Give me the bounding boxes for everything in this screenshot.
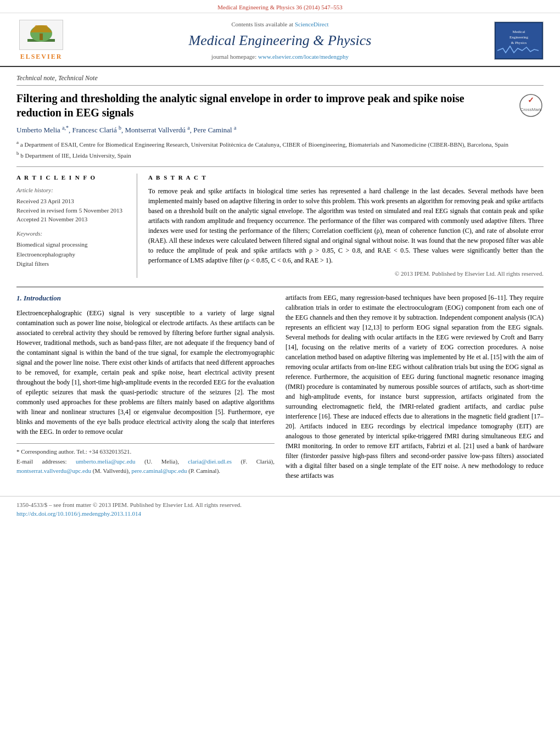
footnote-corresponding: * Corresponding author. Tel.: +34 633201… xyxy=(16,447,275,456)
history-label: Article history: xyxy=(16,186,128,194)
abstract-col: A B S T R A C T To remove peak and spike… xyxy=(148,174,544,278)
keyword-2: Electroencephalography xyxy=(16,250,128,260)
elsevier-wordmark: ELSEVIER xyxy=(20,52,63,62)
accepted-date: Accepted 21 November 2013 xyxy=(16,215,128,224)
footnote-area: * Corresponding author. Tel.: +34 633201… xyxy=(16,443,275,476)
svg-text:CrossMark: CrossMark xyxy=(520,107,542,112)
keyword-3: Digital filters xyxy=(16,259,128,269)
article-info-col: A R T I C L E I N F O Article history: R… xyxy=(16,174,137,278)
section1-heading: 1. Introduction xyxy=(16,293,275,304)
journal-title: Medical Engineering & Physics xyxy=(82,31,478,51)
svg-marker-3 xyxy=(30,25,52,32)
affiliations: a a Department of ESAII, Centre for Biom… xyxy=(16,139,544,160)
article-content: Technical note, Technical Note Filtering… xyxy=(0,67,560,496)
bottom-bar: 1350-4533/$ – see front matter © 2013 IP… xyxy=(0,496,560,522)
body-para-1: Electroencephalographic (EEG) signal is … xyxy=(16,308,275,437)
email-claria[interactable]: claria@diei.udl.es xyxy=(188,458,232,465)
article-info-abstract: A R T I C L E I N F O Article history: R… xyxy=(16,166,544,278)
svg-text:& Physics: & Physics xyxy=(511,41,527,45)
contents-line: Contents lists available at ScienceDirec… xyxy=(82,20,478,29)
keywords-list: Biomedical signal processing Electroence… xyxy=(16,240,128,269)
sciencedirect-link[interactable]: ScienceDirect xyxy=(295,21,329,27)
homepage-link[interactable]: www.elsevier.com/locate/medengphy xyxy=(258,53,349,60)
journal-homepage: journal homepage: www.elsevier.com/locat… xyxy=(82,53,478,61)
email-vallverdu[interactable]: montserrat.vallverdu@upc.edu xyxy=(16,467,91,474)
affiliation-a: a a Department of ESAII, Centre for Biom… xyxy=(16,139,544,149)
body-section: 1. Introduction Electroencephalographic … xyxy=(16,293,544,485)
issn-line: 1350-4533/$ – see front matter © 2013 IP… xyxy=(16,501,544,509)
section-divider xyxy=(16,287,544,287)
email-melia[interactable]: umberto.melia@upc.edu xyxy=(76,458,136,465)
journal-right-logo: Medical Engineering & Physics xyxy=(489,21,549,60)
doi-link[interactable]: http://dx.doi.org/10.1016/j.medengphy.20… xyxy=(16,510,141,517)
abstract-text: To remove peak and spike artifacts in bi… xyxy=(148,186,544,265)
article-info-heading: A R T I C L E I N F O xyxy=(16,174,128,182)
elsevier-logo-area: ELSEVIER xyxy=(11,20,71,62)
svg-text:Engineering: Engineering xyxy=(509,35,529,40)
keyword-1: Biomedical signal processing xyxy=(16,240,128,250)
journal-center: Contents lists available at ScienceDirec… xyxy=(71,20,489,62)
body-para-2: artifacts from EEG, many regression-base… xyxy=(285,293,544,481)
svg-text:✓: ✓ xyxy=(528,96,534,104)
journal-header: ELSEVIER Contents lists available at Sci… xyxy=(0,13,560,67)
article-title: Filtering and thresholding the analytic … xyxy=(16,91,519,120)
article-type: Technical note, Technical Note xyxy=(16,74,544,86)
title-section: Filtering and thresholding the analytic … xyxy=(16,91,544,120)
svg-rect-2 xyxy=(40,34,43,40)
elsevier-logo-box xyxy=(19,20,63,50)
email-caminal[interactable]: pere.caminal@upc.edu xyxy=(131,467,187,474)
citation-bar: Medical Engineering & Physics 36 (2014) … xyxy=(0,0,560,13)
received-date: Received 23 April 2013 xyxy=(16,197,128,206)
abstract-copyright: © 2013 IPEM. Published by Elsevier Ltd. … xyxy=(148,270,544,278)
citation-text: Medical Engineering & Physics 36 (2014) … xyxy=(217,4,342,10)
crossmark-logo: ✓ CrossMark xyxy=(519,93,544,118)
doi-line: http://dx.doi.org/10.1016/j.medengphy.20… xyxy=(16,510,544,518)
authors: Umberto Melia a,*, Francesc Clariá b, Mo… xyxy=(16,124,544,136)
body-col-left: 1. Introduction Electroencephalographic … xyxy=(16,293,275,485)
svg-text:Medical: Medical xyxy=(513,30,525,34)
journal-cover-image: Medical Engineering & Physics xyxy=(494,21,544,60)
revised-date: Received in revised form 5 November 2013 xyxy=(16,206,128,215)
keywords-heading: Keywords: xyxy=(16,230,128,238)
affiliation-b: b b Department of IIE, Lleida University… xyxy=(16,150,544,160)
footnote-emails: E-mail addresses: umberto.melia@upc.edu … xyxy=(16,457,275,475)
abstract-heading: A B S T R A C T xyxy=(148,174,544,182)
elsevier-tree-icon xyxy=(22,23,60,47)
article-dates: Received 23 April 2013 Received in revis… xyxy=(16,197,128,224)
body-col-right: artifacts from EEG, many regression-base… xyxy=(285,293,544,485)
